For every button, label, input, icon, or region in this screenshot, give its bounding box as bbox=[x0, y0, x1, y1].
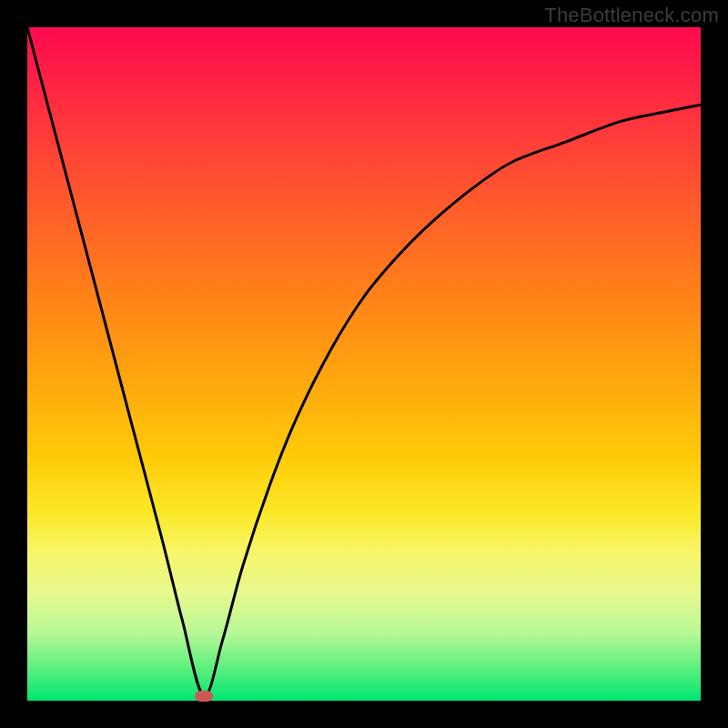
chart-frame: TheBottleneck.com bbox=[0, 0, 728, 728]
minimum-marker bbox=[195, 691, 213, 702]
plot-area bbox=[27, 27, 701, 701]
bottleneck-curve bbox=[27, 27, 701, 701]
watermark-text: TheBottleneck.com bbox=[544, 4, 719, 27]
